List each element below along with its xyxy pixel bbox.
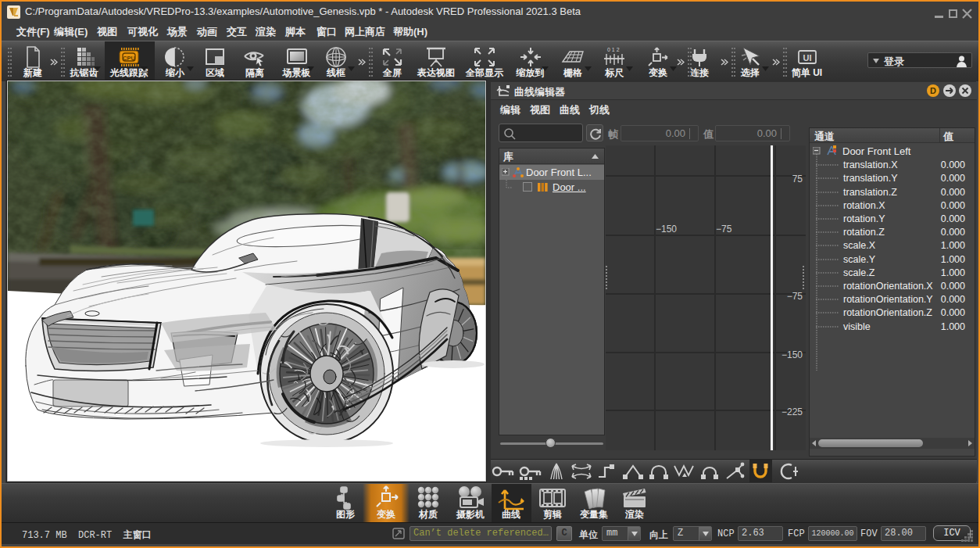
svg-text:D: D — [930, 86, 936, 95]
svg-text:UI: UI — [803, 53, 811, 63]
svg-text:0 1 2: 0 1 2 — [607, 47, 620, 52]
svg-text:CPU: CPU — [123, 55, 135, 62]
